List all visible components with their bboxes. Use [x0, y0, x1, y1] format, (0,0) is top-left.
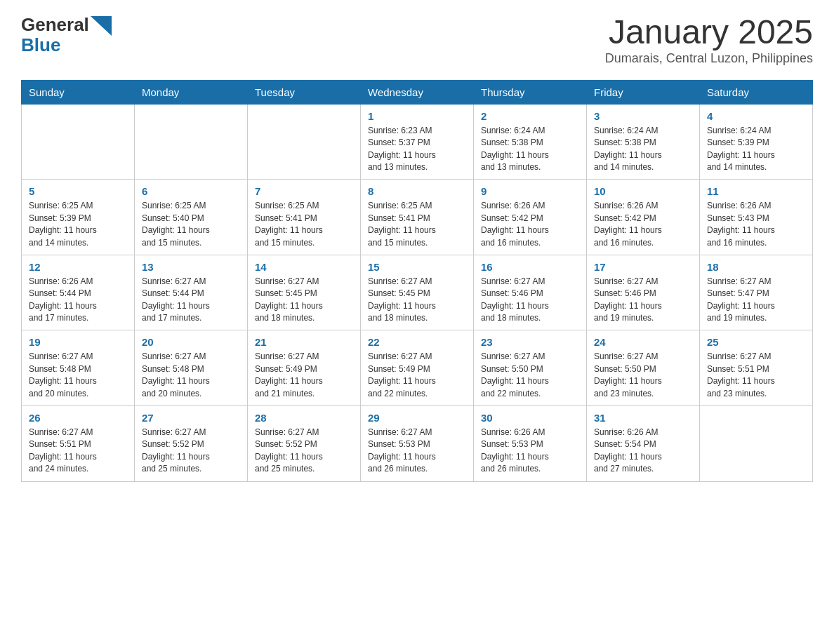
day-info: Sunrise: 6:27 AM Sunset: 5:45 PM Dayligh…: [255, 276, 353, 325]
title-section: January 2025 Dumarais, Central Luzon, Ph…: [605, 14, 813, 66]
day-info: Sunrise: 6:27 AM Sunset: 5:46 PM Dayligh…: [594, 276, 692, 325]
calendar-cell: 18Sunrise: 6:27 AM Sunset: 5:47 PM Dayli…: [700, 255, 813, 330]
day-info: Sunrise: 6:23 AM Sunset: 5:37 PM Dayligh…: [368, 125, 466, 174]
day-info: Sunrise: 6:27 AM Sunset: 5:49 PM Dayligh…: [368, 351, 466, 400]
day-info: Sunrise: 6:27 AM Sunset: 5:48 PM Dayligh…: [142, 351, 240, 400]
day-number: 15: [368, 261, 466, 273]
logo-icon: [91, 16, 112, 36]
calendar-cell: 9Sunrise: 6:26 AM Sunset: 5:42 PM Daylig…: [474, 180, 587, 255]
day-number: 8: [368, 185, 466, 197]
day-info: Sunrise: 6:27 AM Sunset: 5:44 PM Dayligh…: [142, 276, 240, 325]
calendar-header-sunday: Sunday: [22, 80, 135, 104]
calendar-cell: 28Sunrise: 6:27 AM Sunset: 5:52 PM Dayli…: [248, 406, 361, 482]
day-info: Sunrise: 6:27 AM Sunset: 5:52 PM Dayligh…: [255, 427, 353, 476]
day-number: 7: [255, 185, 353, 197]
calendar-cell: 17Sunrise: 6:27 AM Sunset: 5:46 PM Dayli…: [587, 255, 700, 330]
day-info: Sunrise: 6:27 AM Sunset: 5:51 PM Dayligh…: [29, 427, 127, 476]
calendar-cell: 10Sunrise: 6:26 AM Sunset: 5:42 PM Dayli…: [587, 180, 700, 255]
day-info: Sunrise: 6:25 AM Sunset: 5:40 PM Dayligh…: [142, 200, 240, 249]
calendar-cell: 31Sunrise: 6:26 AM Sunset: 5:54 PM Dayli…: [587, 406, 700, 482]
day-info: Sunrise: 6:27 AM Sunset: 5:53 PM Dayligh…: [368, 427, 466, 476]
day-number: 4: [707, 110, 805, 122]
calendar-week-3: 12Sunrise: 6:26 AM Sunset: 5:44 PM Dayli…: [22, 255, 813, 330]
calendar-cell: 25Sunrise: 6:27 AM Sunset: 5:51 PM Dayli…: [700, 330, 813, 406]
day-number: 1: [368, 110, 466, 122]
day-number: 13: [142, 261, 240, 273]
logo-text-blue: Blue: [21, 34, 60, 55]
calendar-cell: [700, 406, 813, 482]
calendar-cell: 27Sunrise: 6:27 AM Sunset: 5:52 PM Dayli…: [135, 406, 248, 482]
day-number: 31: [594, 412, 692, 424]
day-number: 2: [481, 110, 579, 122]
logo-text-general: General: [21, 14, 89, 36]
day-number: 3: [594, 110, 692, 122]
logo: General Blue: [21, 14, 113, 54]
calendar-cell: 6Sunrise: 6:25 AM Sunset: 5:40 PM Daylig…: [135, 180, 248, 255]
calendar-cell: 30Sunrise: 6:26 AM Sunset: 5:53 PM Dayli…: [474, 406, 587, 482]
page-header: General Blue January 2025 Dumarais, Cent…: [21, 14, 813, 66]
location: Dumarais, Central Luzon, Philippines: [605, 51, 813, 66]
calendar-cell: 29Sunrise: 6:27 AM Sunset: 5:53 PM Dayli…: [361, 406, 474, 482]
day-number: 10: [594, 185, 692, 197]
day-info: Sunrise: 6:27 AM Sunset: 5:46 PM Dayligh…: [481, 276, 579, 325]
day-info: Sunrise: 6:25 AM Sunset: 5:41 PM Dayligh…: [368, 200, 466, 249]
calendar-week-4: 19Sunrise: 6:27 AM Sunset: 5:48 PM Dayli…: [22, 330, 813, 406]
day-number: 5: [29, 185, 127, 197]
day-number: 24: [594, 336, 692, 348]
day-info: Sunrise: 6:27 AM Sunset: 5:52 PM Dayligh…: [142, 427, 240, 476]
calendar-cell: 13Sunrise: 6:27 AM Sunset: 5:44 PM Dayli…: [135, 255, 248, 330]
calendar-cell: [22, 104, 135, 180]
calendar-cell: [135, 104, 248, 180]
day-number: 14: [255, 261, 353, 273]
calendar-cell: 1Sunrise: 6:23 AM Sunset: 5:37 PM Daylig…: [361, 104, 474, 180]
day-number: 29: [368, 412, 466, 424]
day-info: Sunrise: 6:25 AM Sunset: 5:41 PM Dayligh…: [255, 200, 353, 249]
day-number: 25: [707, 336, 805, 348]
day-info: Sunrise: 6:27 AM Sunset: 5:50 PM Dayligh…: [481, 351, 579, 400]
calendar-header-saturday: Saturday: [700, 80, 813, 104]
day-number: 9: [481, 185, 579, 197]
calendar-cell: 8Sunrise: 6:25 AM Sunset: 5:41 PM Daylig…: [361, 180, 474, 255]
calendar-cell: 12Sunrise: 6:26 AM Sunset: 5:44 PM Dayli…: [22, 255, 135, 330]
day-info: Sunrise: 6:26 AM Sunset: 5:44 PM Dayligh…: [29, 276, 127, 325]
day-number: 26: [29, 412, 127, 424]
calendar-cell: 3Sunrise: 6:24 AM Sunset: 5:38 PM Daylig…: [587, 104, 700, 180]
day-info: Sunrise: 6:27 AM Sunset: 5:51 PM Dayligh…: [707, 351, 805, 400]
calendar-cell: 24Sunrise: 6:27 AM Sunset: 5:50 PM Dayli…: [587, 330, 700, 406]
day-number: 6: [142, 185, 240, 197]
day-number: 23: [481, 336, 579, 348]
day-number: 16: [481, 261, 579, 273]
day-number: 11: [707, 185, 805, 197]
calendar-cell: 14Sunrise: 6:27 AM Sunset: 5:45 PM Dayli…: [248, 255, 361, 330]
calendar-cell: 4Sunrise: 6:24 AM Sunset: 5:39 PM Daylig…: [700, 104, 813, 180]
calendar-cell: [248, 104, 361, 180]
day-info: Sunrise: 6:26 AM Sunset: 5:54 PM Dayligh…: [594, 427, 692, 476]
calendar-cell: 26Sunrise: 6:27 AM Sunset: 5:51 PM Dayli…: [22, 406, 135, 482]
calendar-cell: 20Sunrise: 6:27 AM Sunset: 5:48 PM Dayli…: [135, 330, 248, 406]
calendar-week-1: 1Sunrise: 6:23 AM Sunset: 5:37 PM Daylig…: [22, 104, 813, 180]
day-number: 28: [255, 412, 353, 424]
month-title: January 2025: [605, 14, 813, 51]
calendar-cell: 16Sunrise: 6:27 AM Sunset: 5:46 PM Dayli…: [474, 255, 587, 330]
calendar-cell: 22Sunrise: 6:27 AM Sunset: 5:49 PM Dayli…: [361, 330, 474, 406]
calendar-week-5: 26Sunrise: 6:27 AM Sunset: 5:51 PM Dayli…: [22, 406, 813, 482]
calendar-cell: 7Sunrise: 6:25 AM Sunset: 5:41 PM Daylig…: [248, 180, 361, 255]
svg-marker-0: [91, 16, 112, 36]
calendar-header-thursday: Thursday: [474, 80, 587, 104]
day-number: 18: [707, 261, 805, 273]
calendar-header-monday: Monday: [135, 80, 248, 104]
day-info: Sunrise: 6:27 AM Sunset: 5:50 PM Dayligh…: [594, 351, 692, 400]
day-info: Sunrise: 6:26 AM Sunset: 5:43 PM Dayligh…: [707, 200, 805, 249]
day-number: 19: [29, 336, 127, 348]
day-number: 17: [594, 261, 692, 273]
calendar-cell: 15Sunrise: 6:27 AM Sunset: 5:45 PM Dayli…: [361, 255, 474, 330]
day-info: Sunrise: 6:26 AM Sunset: 5:42 PM Dayligh…: [594, 200, 692, 249]
day-info: Sunrise: 6:26 AM Sunset: 5:42 PM Dayligh…: [481, 200, 579, 249]
day-number: 21: [255, 336, 353, 348]
calendar-header-friday: Friday: [587, 80, 700, 104]
calendar-cell: 23Sunrise: 6:27 AM Sunset: 5:50 PM Dayli…: [474, 330, 587, 406]
day-info: Sunrise: 6:25 AM Sunset: 5:39 PM Dayligh…: [29, 200, 127, 249]
day-info: Sunrise: 6:27 AM Sunset: 5:45 PM Dayligh…: [368, 276, 466, 325]
day-info: Sunrise: 6:24 AM Sunset: 5:39 PM Dayligh…: [707, 125, 805, 174]
day-info: Sunrise: 6:24 AM Sunset: 5:38 PM Dayligh…: [594, 125, 692, 174]
